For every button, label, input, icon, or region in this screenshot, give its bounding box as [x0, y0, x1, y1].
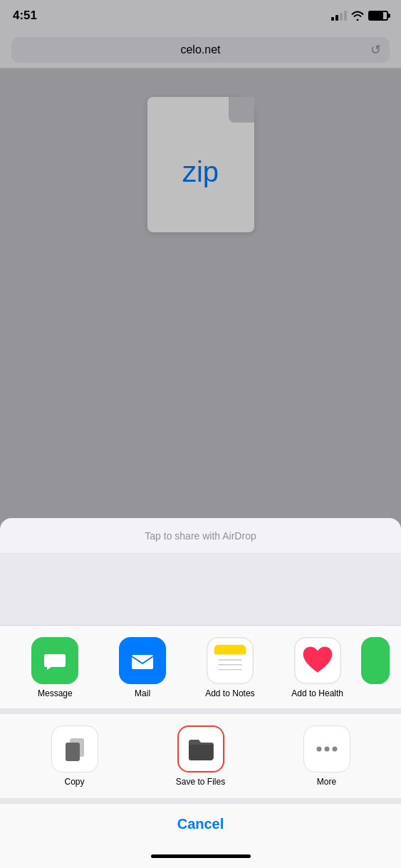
share-sheet: Tap to share with AirDrop Message: [0, 518, 401, 868]
copy-label: Copy: [64, 777, 84, 787]
app-item-mail[interactable]: Mail: [99, 634, 187, 703]
partial-icon: [361, 637, 390, 684]
app-item-notes[interactable]: Add to Notes: [187, 634, 274, 703]
svg-rect-11: [361, 637, 390, 684]
apps-row: Message Mail: [0, 634, 401, 703]
more-label: More: [317, 777, 336, 787]
mail-label: Mail: [135, 688, 150, 700]
airdrop-header: Tap to share with AirDrop: [0, 518, 401, 554]
svg-point-14: [316, 747, 321, 752]
action-item-more[interactable]: More: [264, 723, 390, 790]
save-files-icon-wrapper: [177, 725, 224, 773]
message-label: Message: [38, 688, 73, 700]
svg-point-16: [332, 747, 337, 752]
action-item-save-files[interactable]: Save to Files: [137, 723, 264, 790]
notes-icon: [207, 637, 254, 684]
app-item-health[interactable]: Add to Health: [274, 634, 361, 703]
home-indicator: [0, 844, 401, 868]
health-icon: [294, 637, 341, 684]
actions-row: Copy Save to Files: [0, 723, 401, 790]
copy-icon: [61, 735, 88, 763]
cancel-section: Cancel: [0, 798, 401, 844]
svg-point-15: [324, 747, 329, 752]
mail-icon: [119, 637, 166, 684]
apps-section: Message Mail: [0, 625, 401, 708]
health-label: Add to Health: [291, 688, 343, 700]
airdrop-area[interactable]: [0, 554, 401, 625]
airdrop-section: Tap to share with AirDrop: [0, 518, 401, 625]
notes-label: Add to Notes: [205, 688, 254, 700]
copy-icon-wrapper: [51, 725, 98, 773]
cancel-button[interactable]: Cancel: [177, 816, 224, 832]
app-item-partial[interactable]: [361, 634, 390, 703]
airdrop-label: Tap to share with AirDrop: [145, 530, 256, 542]
more-icon: [313, 735, 340, 763]
svg-rect-13: [66, 743, 80, 761]
action-item-copy[interactable]: Copy: [11, 723, 137, 790]
actions-section: Copy Save to Files: [0, 708, 401, 798]
home-bar: [151, 854, 251, 858]
svg-rect-2: [132, 655, 153, 669]
folder-icon: [187, 736, 214, 762]
app-item-message[interactable]: Message: [11, 634, 99, 703]
save-files-label: Save to Files: [176, 777, 225, 787]
more-icon-wrapper: [303, 725, 350, 773]
message-icon: [31, 637, 78, 684]
svg-rect-6: [214, 651, 246, 655]
